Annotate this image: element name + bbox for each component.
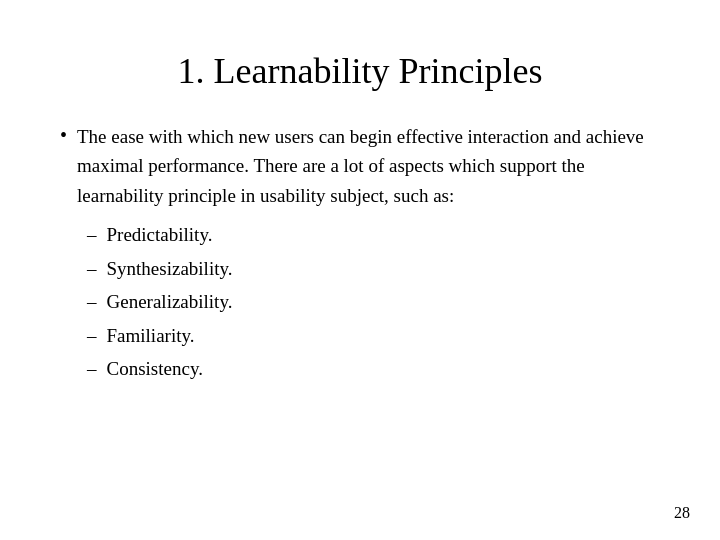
list-item: – Predictability. — [87, 220, 660, 249]
slide-title: 1. Learnability Principles — [60, 50, 660, 92]
dash-icon: – — [87, 287, 97, 316]
list-item: – Familiarity. — [87, 321, 660, 350]
sub-item-label: Predictability. — [107, 220, 213, 249]
list-item: – Synthesizability. — [87, 254, 660, 283]
sub-item-label: Synthesizability. — [107, 254, 233, 283]
bullet-symbol: • — [60, 124, 67, 147]
dash-icon: – — [87, 321, 97, 350]
dash-icon: – — [87, 354, 97, 383]
main-bullet: • The ease with which new users can begi… — [60, 122, 660, 384]
sub-item-label: Consistency. — [107, 354, 203, 383]
sub-item-label: Generalizability. — [107, 287, 233, 316]
main-bullet-text: The ease with which new users can begin … — [77, 126, 644, 206]
slide-content: • The ease with which new users can begi… — [60, 122, 660, 510]
page-number: 28 — [674, 504, 690, 522]
dash-icon: – — [87, 220, 97, 249]
slide: 1. Learnability Principles • The ease wi… — [0, 0, 720, 540]
sub-item-label: Familiarity. — [107, 321, 195, 350]
sub-list: – Predictability. – Synthesizability. – … — [87, 220, 660, 383]
list-item: – Consistency. — [87, 354, 660, 383]
list-item: – Generalizability. — [87, 287, 660, 316]
dash-icon: – — [87, 254, 97, 283]
